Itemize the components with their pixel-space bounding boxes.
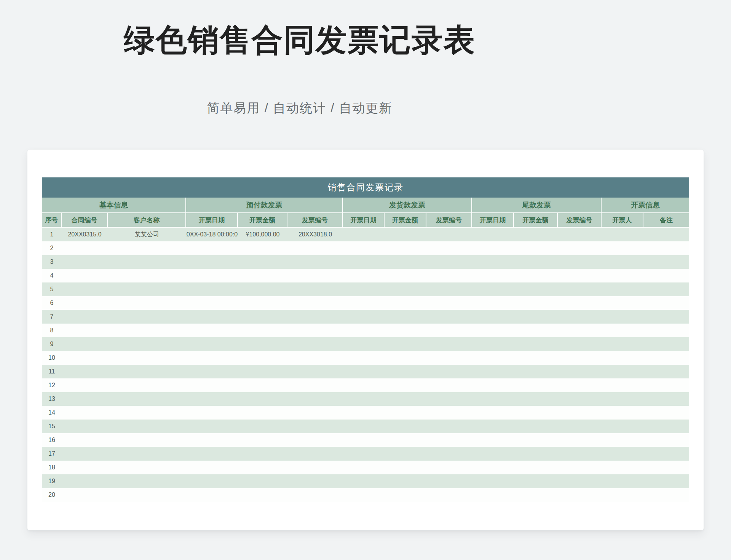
data-cell	[385, 488, 426, 502]
data-cell	[602, 365, 643, 378]
data-cell	[602, 378, 643, 392]
data-cell	[472, 255, 514, 269]
data-cell	[472, 461, 514, 474]
data-cell	[385, 461, 426, 474]
data-cell	[62, 269, 108, 282]
data-cell	[426, 433, 472, 447]
data-cell	[238, 420, 287, 433]
data-cell	[602, 324, 643, 337]
data-cell	[108, 488, 186, 502]
data-cell	[643, 337, 689, 351]
data-cell: 20XX-03-18 00:00:00	[186, 228, 238, 241]
data-cell	[514, 282, 558, 296]
data-cell	[238, 337, 287, 351]
data-cell	[426, 351, 472, 365]
data-cell	[558, 228, 602, 241]
data-cell	[343, 488, 385, 502]
data-cell	[186, 296, 238, 310]
hero-section: 绿色销售合同发票记录表 简单易用 / 自动统计 / 自动更新	[0, 19, 599, 116]
data-cell	[426, 310, 472, 324]
data-cell	[514, 269, 558, 282]
page-title: 绿色销售合同发票记录表	[0, 19, 599, 61]
data-cell	[108, 241, 186, 255]
data-cell	[238, 433, 287, 447]
data-cell	[472, 269, 514, 282]
data-cell	[514, 378, 558, 392]
row-index-cell: 1	[42, 228, 62, 241]
group-header-advance-invoice: 预付款发票	[186, 198, 343, 213]
data-cell	[643, 488, 689, 502]
data-cell	[238, 282, 287, 296]
data-cell	[602, 282, 643, 296]
data-cell	[514, 351, 558, 365]
page-subtitle: 简单易用 / 自动统计 / 自动更新	[0, 101, 599, 116]
data-cell	[602, 337, 643, 351]
data-cell	[472, 474, 514, 488]
data-cell	[472, 488, 514, 502]
data-cell	[558, 255, 602, 269]
row-index-cell: 14	[42, 406, 62, 420]
data-cell	[238, 378, 287, 392]
data-cell	[558, 351, 602, 365]
data-cell	[186, 351, 238, 365]
table-row: 5	[42, 282, 689, 296]
data-cell	[558, 241, 602, 255]
data-cell	[514, 365, 558, 378]
data-cell	[385, 337, 426, 351]
data-cell	[472, 351, 514, 365]
data-cell	[602, 241, 643, 255]
data-cell	[643, 296, 689, 310]
data-cell	[602, 420, 643, 433]
data-cell	[238, 474, 287, 488]
data-cell	[186, 461, 238, 474]
data-cell	[643, 392, 689, 406]
data-cell	[108, 337, 186, 351]
data-cell	[472, 324, 514, 337]
data-cell	[426, 282, 472, 296]
col-header-invoice-amount-3: 开票金额	[514, 213, 558, 228]
data-cell	[238, 310, 287, 324]
data-cell	[108, 296, 186, 310]
col-header-invoice-no-3: 发票编号	[558, 213, 602, 228]
data-cell	[514, 488, 558, 502]
data-cell	[238, 351, 287, 365]
data-cell	[472, 433, 514, 447]
data-cell	[62, 324, 108, 337]
table-row: 15	[42, 420, 689, 433]
data-cell	[426, 420, 472, 433]
data-cell	[287, 488, 343, 502]
data-cell	[343, 241, 385, 255]
data-cell	[343, 351, 385, 365]
data-cell	[643, 406, 689, 420]
data-cell	[472, 392, 514, 406]
table-row: 17	[42, 447, 689, 461]
data-cell	[238, 255, 287, 269]
data-cell	[186, 365, 238, 378]
table-row: 9	[42, 337, 689, 351]
data-cell	[186, 241, 238, 255]
data-cell	[643, 433, 689, 447]
data-cell	[602, 461, 643, 474]
col-header-customer-name: 客户名称	[108, 213, 186, 228]
data-cell	[186, 324, 238, 337]
data-cell	[602, 488, 643, 502]
data-cell	[343, 365, 385, 378]
row-index-cell: 18	[42, 461, 62, 474]
data-cell	[108, 406, 186, 420]
data-cell	[186, 269, 238, 282]
row-index-cell: 10	[42, 351, 62, 365]
col-header-index: 序号	[42, 213, 62, 228]
column-header-row: 序号 合同编号 客户名称 开票日期 开票金额 发票编号 开票日期 开票金额 发票…	[42, 213, 689, 228]
row-index-cell: 7	[42, 310, 62, 324]
data-cell	[62, 488, 108, 502]
data-cell	[385, 447, 426, 461]
data-cell	[343, 392, 385, 406]
data-cell	[558, 447, 602, 461]
data-cell	[186, 488, 238, 502]
data-cell	[643, 420, 689, 433]
data-cell	[602, 433, 643, 447]
table-row: 20	[42, 488, 689, 502]
data-cell	[426, 406, 472, 420]
data-cell	[62, 433, 108, 447]
table-row: 2	[42, 241, 689, 255]
